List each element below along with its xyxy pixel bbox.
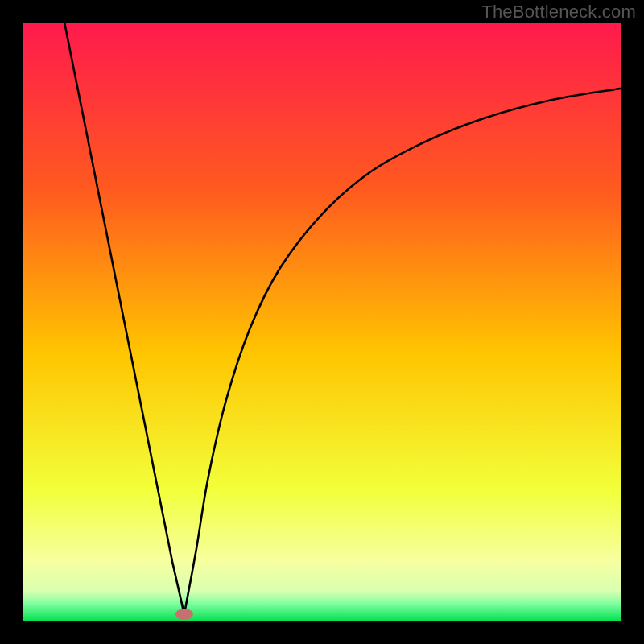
plot-area bbox=[23, 23, 621, 621]
min-marker bbox=[175, 609, 193, 620]
watermark-text: TheBottleneck.com bbox=[481, 2, 636, 23]
plot-svg bbox=[23, 23, 621, 621]
gradient-background bbox=[23, 23, 621, 621]
chart-frame: TheBottleneck.com bbox=[0, 0, 644, 644]
